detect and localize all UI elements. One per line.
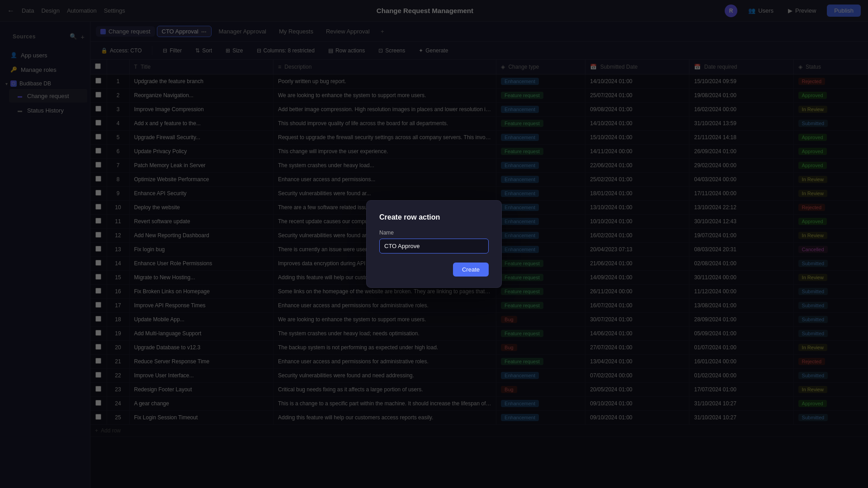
create-button[interactable]: Create [453,263,489,277]
modal-overlay[interactable]: Create row action Name Create [0,0,868,488]
modal-title: Create row action [379,213,489,221]
modal-name-input[interactable] [379,239,489,253]
modal-name-label: Name [379,230,489,236]
create-row-action-modal: Create row action Name Create [366,200,502,288]
modal-actions: Create [379,263,489,277]
